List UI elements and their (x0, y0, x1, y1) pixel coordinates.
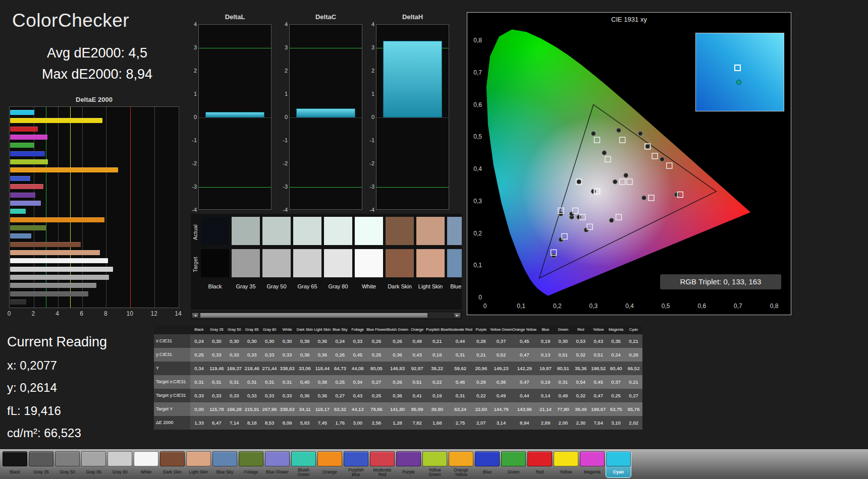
scroll-left-button[interactable]: ◄ (192, 313, 199, 318)
table-cell: 8,09 (279, 416, 296, 430)
patch-button-gray-80[interactable]: Gray 80 (107, 451, 132, 477)
table-cell: 0,47 (589, 389, 607, 402)
patch-button-dark-skin[interactable]: Dark Skin (160, 451, 185, 477)
patch-actual-white (355, 217, 383, 245)
y-axis-tick: 0 (364, 114, 374, 120)
patch-button-gray-65[interactable]: Gray 65 (81, 451, 106, 477)
patch-button-blue[interactable]: Blue (475, 451, 500, 477)
patch-button-yellow[interactable]: Yellow (554, 451, 578, 477)
patch-button-blue-sky[interactable]: Blue Sky (212, 451, 237, 477)
patch-button-light-skin[interactable]: Light Skin (186, 451, 211, 477)
table-header-cyan: Cyan (625, 325, 642, 334)
table-cell: 0,46 (448, 375, 472, 389)
table-header-magenta: Magenta (607, 325, 625, 334)
scroll-right-button[interactable]: ► (454, 313, 461, 318)
y-axis-tick: -2 (278, 160, 288, 166)
table-header-gray-65: Gray 65 (243, 325, 261, 334)
table-cell: 0,26 (387, 334, 408, 348)
table-cell: 0,25 (366, 348, 387, 362)
foliage-swatch (239, 451, 263, 466)
table-cell: 0,25 (366, 389, 387, 402)
patch-button-bluish-green[interactable]: Bluish Green (291, 451, 316, 477)
patch-button-black[interactable]: Black (3, 451, 27, 477)
table-cell: 92,87 (408, 362, 426, 375)
table-cell: 0,19 (426, 389, 448, 402)
patch-button-label: Bluish Green (291, 466, 316, 477)
table-cell: 65,76 (625, 402, 642, 416)
patch-button-white[interactable]: White (134, 451, 158, 477)
y-axis-tick: -3 (278, 184, 288, 190)
patch-button-red[interactable]: Red (527, 451, 552, 477)
patch-actual-black (201, 217, 229, 245)
dark-skin-swatch (160, 451, 185, 466)
table-cell: 142,29 (512, 362, 536, 375)
table-cell: 338,63 (279, 362, 296, 375)
patch-button-magenta[interactable]: Magenta (580, 451, 605, 477)
gridline (179, 107, 179, 308)
table-cell: 0,26 (625, 348, 642, 362)
table-cell: 0,21 (472, 348, 490, 362)
table-header-blue-flower: Blue Flower (366, 325, 387, 334)
measured-point-dark-skin (624, 173, 628, 177)
svg-text:0,7: 0,7 (473, 69, 482, 76)
patch-button-yellow-green[interactable]: Yellow Green (422, 451, 447, 477)
deltae-bar-blue-sky (10, 233, 31, 238)
table-cell: 78,96 (366, 402, 387, 416)
patch-column-label: Dark Skin (386, 283, 414, 289)
table-cell: 5,83 (296, 416, 314, 430)
table-header-red: Red (572, 325, 589, 334)
scroll-thumb[interactable] (200, 313, 428, 318)
patch-button-purplish-blue[interactable]: Purplish Blue (344, 451, 368, 477)
patch-button-moderate-red[interactable]: Moderate Red (370, 451, 395, 477)
svg-text:0,5: 0,5 (662, 303, 670, 310)
patch-button-blue-flower[interactable]: Blue Flower (265, 451, 290, 477)
measured-point-cyan (559, 212, 563, 216)
y-axis-tick: -2 (364, 160, 374, 166)
patch-button-cyan[interactable]: Cyan (606, 451, 631, 477)
table-cell: 7,14 (226, 416, 243, 430)
table-cell: 44,08 (349, 362, 366, 375)
table-cell: 0,31 (279, 375, 296, 389)
patch-button-orange[interactable]: Orange (317, 451, 342, 477)
table-cell: 0,24 (190, 334, 208, 348)
table-cell: 0,36 (313, 348, 331, 362)
patch-button-gray-50[interactable]: Gray 50 (55, 451, 80, 477)
table-header-yellow: Yellow (589, 325, 607, 334)
deltal-plot: 43210-1-2-3-4 (198, 24, 272, 210)
patch-button-green[interactable]: Green (501, 451, 526, 477)
current-reading-line: fL: 19,416 (7, 404, 61, 418)
patch-target-gray-65 (293, 249, 321, 277)
svg-text:0,8: 0,8 (473, 37, 482, 44)
table-cell: 0,30 (279, 334, 296, 348)
current-reading-line: cd/m²: 66,523 (7, 426, 81, 440)
table-cell: 60,40 (607, 362, 625, 375)
table-cell: 0,33 (349, 334, 366, 348)
deltae-bar-black (10, 300, 26, 305)
table-cell: 1,76 (331, 416, 349, 430)
orange-yellow-swatch (449, 451, 473, 466)
patch-scrollbar[interactable]: ◄ ► (191, 312, 462, 319)
y-axis-tick: -1 (187, 137, 197, 143)
patch-target-gray-80 (324, 249, 352, 277)
x-axis-tick: 4 (52, 310, 63, 317)
measured-point-blue-sky (569, 212, 574, 216)
table-header-orange: Orange (408, 325, 426, 334)
table-cell: 39,80 (426, 402, 448, 416)
table-cell: 0,33 (243, 348, 261, 362)
patch-actual-gray-80 (324, 217, 352, 245)
y-axis-tick: 1 (364, 91, 374, 97)
patch-button-foliage[interactable]: Foliage (239, 451, 263, 477)
patch-button-label: Foliage (239, 466, 263, 477)
svg-text:0,2: 0,2 (473, 230, 482, 237)
x-axis-tick: 2 (28, 310, 38, 317)
patch-button-gray-35[interactable]: Gray 35 (29, 451, 53, 477)
patch-button-purple[interactable]: Purple (396, 451, 421, 477)
table-cell: 267,96 (261, 402, 279, 416)
patch-column-label: Blue Sky (447, 283, 462, 289)
table-cell: 0,33 (226, 348, 243, 362)
y-axis-tick: 4 (187, 21, 197, 27)
patch-button-orange-yellow[interactable]: Orange Yellow (449, 451, 473, 477)
moderate-red-swatch (370, 451, 395, 466)
svg-text:0,6: 0,6 (473, 101, 482, 108)
measured-point-white (591, 189, 595, 194)
